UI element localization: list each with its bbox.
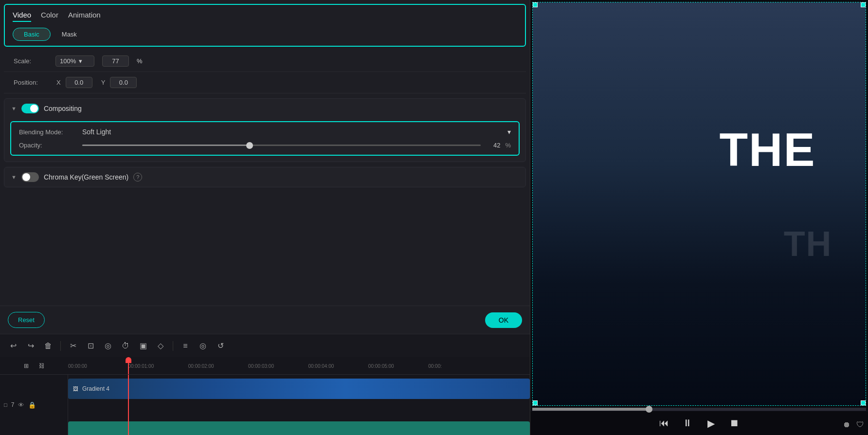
ruler-mark-4: 00:00:04:00 xyxy=(308,363,334,368)
handle-bottom-left[interactable] xyxy=(533,400,538,405)
ruler-mark-5: 00:00:05:00 xyxy=(368,363,394,368)
toolbar-separator-2 xyxy=(173,341,173,351)
blending-label: Blending Mode: xyxy=(19,128,77,136)
time-ruler: 00:00:00 00:00:01:00 00:00:02:00 00:00:0… xyxy=(68,357,530,374)
chroma-key-help-icon[interactable]: ? xyxy=(133,173,142,181)
track-lock-button[interactable]: 🔒 xyxy=(28,401,36,409)
link-button[interactable]: ⛓ xyxy=(36,360,48,372)
copy-button[interactable]: ◎ xyxy=(101,339,115,353)
target-button[interactable]: ◎ xyxy=(196,339,210,353)
sub-tabs: Basic Mask xyxy=(13,28,517,41)
scale-dropdown-arrow: ▾ xyxy=(79,57,82,65)
opacity-slider-thumb[interactable] xyxy=(246,142,253,149)
scale-percent-label: % xyxy=(137,57,143,65)
ok-button[interactable]: OK xyxy=(485,312,522,328)
tab-color[interactable]: Color xyxy=(41,11,58,22)
handle-top-right[interactable] xyxy=(861,2,866,7)
align-button[interactable]: ≡ xyxy=(178,339,193,353)
ruler-mark-0: 00:00:00 xyxy=(68,363,87,368)
track-clip-name: Gradient 4 xyxy=(82,385,109,392)
compositing-title: Compositing xyxy=(44,105,82,112)
handle-top-left[interactable] xyxy=(533,2,538,7)
scale-row: Scale: 100% ▾ 77 % xyxy=(4,51,526,72)
blending-mode-dropdown[interactable]: Soft Light ▾ xyxy=(82,128,511,136)
progress-bar-fill xyxy=(532,408,649,411)
scale-mode-value: 100% xyxy=(60,57,76,65)
sub-tab-basic[interactable]: Basic xyxy=(13,28,51,41)
bottom-buttons: Reset OK xyxy=(0,306,530,334)
chroma-chevron: ▼ xyxy=(11,174,17,180)
progress-bar-container xyxy=(532,408,866,411)
track-controls: □ 7 👁 🔒 xyxy=(0,375,68,435)
progress-bar-thumb[interactable] xyxy=(646,406,652,413)
gradient-track[interactable]: 🖼 Gradient 4 xyxy=(68,379,530,399)
chroma-key-header[interactable]: ▼ Chroma Key(Green Screen) ? xyxy=(4,167,525,187)
delete-button[interactable]: 🗑 xyxy=(41,339,55,353)
playhead-track xyxy=(128,375,129,435)
compositing-chevron: ▼ xyxy=(11,106,17,111)
opacity-value: 42 xyxy=(486,142,500,149)
opacity-unit: % xyxy=(505,142,511,149)
rotate-button[interactable]: ↺ xyxy=(213,339,228,353)
chroma-key-title: Chroma Key(Green Screen) xyxy=(44,173,128,181)
redo-button[interactable]: ↪ xyxy=(23,339,38,353)
playhead-top xyxy=(126,357,131,363)
frame-button[interactable]: ▣ xyxy=(136,339,150,353)
crop-button[interactable]: ⊡ xyxy=(83,339,98,353)
timeline-tracks: □ 7 👁 🔒 🖼 Gradient 4 xyxy=(0,375,530,435)
properties-area: Scale: 100% ▾ 77 % Position: X 0.0 Y 0.0… xyxy=(0,51,530,306)
cut-button[interactable]: ✂ xyxy=(66,339,80,353)
play-button[interactable]: ▶ xyxy=(703,416,719,431)
ruler-marks: 00:00:00 00:00:01:00 00:00:02:00 00:00:0… xyxy=(68,357,530,374)
chroma-key-section: ▼ Chroma Key(Green Screen) ? xyxy=(4,167,526,187)
opacity-slider-fill xyxy=(82,145,250,146)
compositing-inner-box: Blending Mode: Soft Light ▾ Opacity: 42 xyxy=(10,121,520,156)
blending-dropdown-arrow: ▾ xyxy=(507,128,511,136)
timeline: ⊞ ⛓ 00:00:00 00:00:01:00 00:00:02:00 00:… xyxy=(0,357,530,435)
blending-mode-row: Blending Mode: Soft Light ▾ xyxy=(19,128,511,136)
scale-label: Scale: xyxy=(14,57,48,65)
playhead-ruler[interactable] xyxy=(128,357,129,374)
right-panel: THE TH ⏮ ⏸ ▶ ⏹ ⏺ 🛡 xyxy=(530,0,868,435)
scale-value-input[interactable]: 77 xyxy=(102,55,129,67)
stop-button[interactable]: ⏹ xyxy=(726,416,742,431)
track-number-label: 7 xyxy=(11,401,15,408)
preview-background xyxy=(533,2,866,405)
compositing-toggle[interactable] xyxy=(21,104,39,113)
opacity-row: Opacity: 42 % xyxy=(19,142,511,149)
preview-text-ghost: TH xyxy=(784,224,832,264)
shield-button[interactable]: 🛡 xyxy=(856,420,864,429)
tab-video[interactable]: Video xyxy=(13,11,31,22)
sub-tab-mask[interactable]: Mask xyxy=(51,28,88,41)
position-x-label: X xyxy=(56,79,61,86)
position-y-label: Y xyxy=(101,79,106,86)
ruler-mark-2: 00:00:02:00 xyxy=(188,363,214,368)
pause-button[interactable]: ⏸ xyxy=(680,416,695,431)
position-label: Position: xyxy=(14,79,48,86)
track-number: □ xyxy=(4,402,7,408)
track-area: 🖼 Gradient 4 xyxy=(68,375,530,435)
reset-button[interactable]: Reset xyxy=(8,312,45,328)
ruler-mark-1: 00:00:01:00 xyxy=(128,363,154,368)
record-button[interactable]: ⏺ xyxy=(843,420,850,429)
compositing-section: ▼ Compositing Blending Mode: Soft Light … xyxy=(4,98,526,162)
tab-animation[interactable]: Animation xyxy=(68,11,101,22)
opacity-slider[interactable] xyxy=(82,145,481,146)
track-visibility-button[interactable]: 👁 xyxy=(18,401,24,409)
position-y-input[interactable]: 0.0 xyxy=(110,77,137,88)
toolbar-separator-1 xyxy=(60,341,61,351)
chroma-key-toggle[interactable] xyxy=(21,172,39,182)
add-track-button[interactable]: ⊞ xyxy=(20,360,32,372)
handle-bottom-right[interactable] xyxy=(861,400,866,405)
blending-mode-value: Soft Light xyxy=(82,128,111,136)
position-x-input[interactable]: 0.0 xyxy=(66,77,92,88)
scale-mode-dropdown[interactable]: 100% ▾ xyxy=(55,55,94,67)
ruler-mark-3: 00:00:03:00 xyxy=(248,363,274,368)
teal-track[interactable] xyxy=(68,421,530,435)
undo-button[interactable]: ↩ xyxy=(6,339,20,353)
timeline-controls: ⊞ ⛓ xyxy=(0,360,68,372)
compositing-header[interactable]: ▼ Compositing xyxy=(4,99,525,118)
step-back-button[interactable]: ⏮ xyxy=(656,416,672,431)
timer-button[interactable]: ⏱ xyxy=(118,339,133,353)
diamond-button[interactable]: ◇ xyxy=(153,339,168,353)
